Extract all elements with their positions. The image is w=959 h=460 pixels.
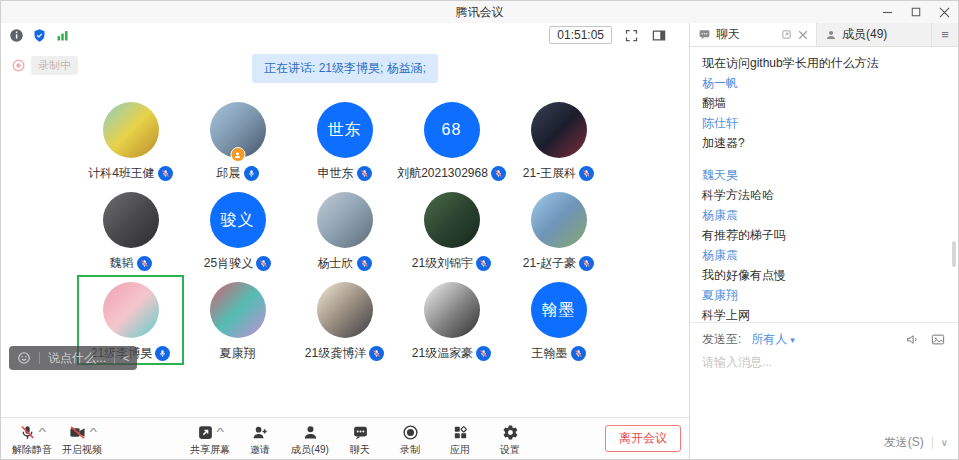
toolbar-item-label: 解除静音 [12, 443, 52, 457]
participant-tile[interactable]: 21级龚博洋 [291, 275, 398, 365]
chat-message-text: 加速器? [702, 135, 946, 151]
toolbar-invite-button[interactable]: 邀请 [235, 420, 285, 457]
toolbar-unmute-button[interactable]: ^解除静音 [7, 420, 57, 457]
close-panel-icon[interactable] [798, 30, 808, 40]
participant-tile[interactable]: 世东申世东 [291, 95, 398, 185]
leave-meeting-button[interactable]: 离开会议 [605, 425, 681, 452]
toolbar-share-screen-button[interactable]: ^共享屏幕 [185, 420, 235, 457]
emoji-icon[interactable] [17, 351, 31, 365]
minimize-button[interactable] [882, 7, 893, 18]
main-stage: 01:51:05 录制中 正在讲话: 21级李博昊; 杨益涵; 计科4班王健邱晨… [1, 23, 689, 459]
participant-name: 魏韬 [110, 255, 134, 272]
avatar: 翰墨 [531, 282, 587, 338]
participant-tile[interactable]: 21级温家豪 [398, 275, 505, 365]
participant-tile[interactable]: 21-赵子豪 [505, 185, 612, 275]
toolbar-record-button[interactable]: 录制 [385, 420, 435, 457]
participant-tile[interactable]: 68刘航2021302968 [398, 95, 505, 185]
toolbar-center-group: ^共享屏幕邀请成员(49)聊天录制应用设置 [185, 420, 535, 457]
participant-name: 夏康翔 [220, 345, 256, 362]
layout-toggle-button[interactable] [651, 28, 667, 43]
meeting-info-icon[interactable] [9, 28, 24, 43]
participant-tile[interactable]: 21-王展科 [505, 95, 612, 185]
settings-icon [502, 424, 519, 441]
toolbar-item-label: 邀请 [250, 443, 270, 457]
toolbar-members-button[interactable]: 成员(49) [285, 420, 335, 457]
share-screen-icon [197, 424, 214, 441]
divider [39, 352, 40, 364]
divider [932, 437, 933, 449]
toolbar-start-video-button[interactable]: ^开启视频 [57, 420, 107, 457]
avatar-initials: 翰墨 [542, 300, 576, 321]
chat-message-list: 现在访问github学长用的什么方法杨一帆翻墙陈仕轩加速器?魏天昊科学方法哈哈杨… [690, 47, 958, 322]
window-controls [882, 1, 950, 23]
participant-name: 邱晨 [217, 165, 241, 182]
chevron-up-icon[interactable]: ^ [39, 427, 47, 438]
participant-tile[interactable]: 魏韬 [77, 185, 184, 275]
mic-on-icon [155, 346, 170, 361]
participant-tile[interactable]: 夏康翔 [184, 275, 291, 365]
toolbar-item-label: 录制 [400, 443, 420, 457]
avatar: 68 [424, 102, 480, 158]
participant-name: 刘航2021302968 [397, 165, 488, 182]
security-shield-icon[interactable] [32, 28, 47, 43]
mic-muted-icon [579, 256, 594, 271]
quick-chat-input[interactable]: 说点什么... [48, 350, 106, 367]
participant-tile[interactable]: 计科4班王健 [77, 95, 184, 185]
divider [114, 352, 115, 364]
fullscreen-button[interactable] [624, 28, 639, 43]
participant-tile[interactable]: 邱晨 [184, 95, 291, 185]
mic-muted-icon [256, 256, 271, 271]
avatar [103, 192, 159, 248]
toolbar-item-label: 设置 [500, 443, 520, 457]
participant-tile[interactable]: 骏义25肖骏义 [184, 185, 291, 275]
chat-scrollbar[interactable] [952, 241, 956, 267]
mic-muted-icon [357, 256, 372, 271]
send-image-icon[interactable] [930, 332, 946, 347]
collapse-bubble-button[interactable]: < [123, 352, 129, 364]
tab-chat[interactable]: 聊天 [690, 23, 817, 46]
sound-notification-icon[interactable] [905, 332, 920, 347]
toolbar-apps-button[interactable]: 应用 [435, 420, 485, 457]
camera-off-icon [68, 424, 87, 441]
chat-sender-name: 魏天昊 [702, 167, 946, 183]
maximize-button[interactable] [911, 7, 921, 17]
toolbar-item-label: 开启视频 [62, 443, 102, 457]
participant-name: 杨士欣 [318, 255, 354, 272]
sidebar-menu-button[interactable]: ≡ [931, 23, 958, 46]
meeting-timer: 01:51:05 [549, 26, 612, 44]
apps-icon [452, 424, 469, 441]
avatar-initials: 骏义 [221, 210, 255, 231]
participant-name: 21级刘锦宇 [412, 255, 473, 272]
active-speaker-banner: 正在讲话: 21级李博昊; 杨益涵; [252, 54, 438, 83]
close-button[interactable] [939, 7, 950, 18]
toolbar-item-label: 聊天 [350, 443, 370, 457]
participant-tile[interactable]: 杨士欣 [291, 185, 398, 275]
participant-name: 21-赵子豪 [523, 255, 576, 272]
avatar [103, 282, 159, 338]
toolbar-settings-button[interactable]: 设置 [485, 420, 535, 457]
chat-sender-name: 杨康震 [702, 207, 946, 223]
chat-compose-area: 发送至: 所有人▾ 发送(S) ∨ [690, 322, 958, 459]
avatar: 骏义 [210, 192, 266, 248]
host-badge-icon [230, 147, 245, 162]
tab-members[interactable]: 成员(49) [817, 23, 931, 46]
send-button[interactable]: 发送(S) ∨ [884, 434, 948, 451]
participant-name: 21-王展科 [523, 165, 576, 182]
participant-tile[interactable]: 翰墨王翰墨 [505, 275, 612, 365]
toolbar-chat-button[interactable]: 聊天 [335, 420, 385, 457]
mic-muted-icon [369, 346, 384, 361]
popout-panel-icon[interactable] [781, 29, 792, 40]
chat-input[interactable] [690, 348, 958, 400]
participant-name: 计科4班王健 [88, 165, 155, 182]
chat-message-text: 有推荐的梯子吗 [702, 227, 946, 243]
send-to-selector[interactable]: 所有人▾ [751, 331, 795, 348]
chevron-up-icon[interactable]: ^ [90, 427, 98, 438]
chat-sender-name: 陈仕轩 [702, 115, 946, 131]
avatar [531, 192, 587, 248]
chevron-up-icon[interactable]: ^ [217, 427, 225, 438]
participant-tile[interactable]: 21级刘锦宇 [398, 185, 505, 275]
avatar [210, 102, 266, 158]
tencent-meeting-window: 腾讯会议 01:51:05 录制中 正在讲话: 21级李博昊; 杨益涵; [0, 0, 959, 460]
avatar [531, 102, 587, 158]
network-signal-icon[interactable] [55, 28, 70, 43]
